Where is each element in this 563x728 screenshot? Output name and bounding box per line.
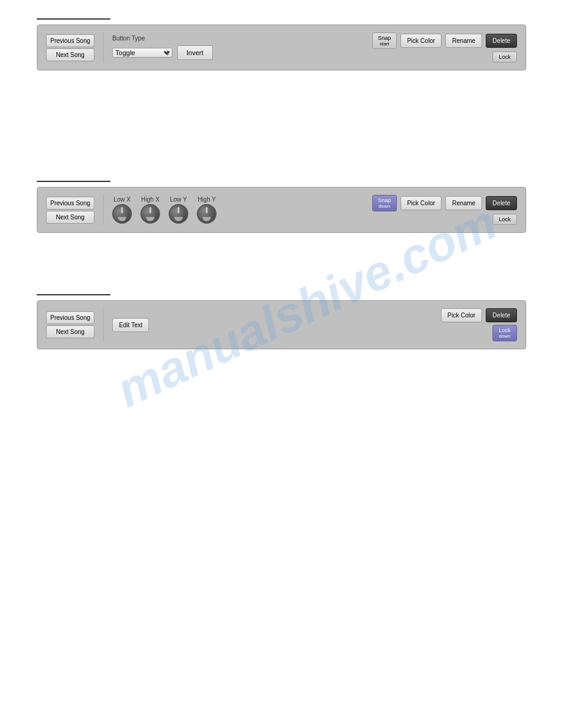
knob-low-y[interactable] <box>169 204 188 224</box>
section2-header-line <box>37 181 110 182</box>
section1-lock-button[interactable]: Lock <box>492 51 517 63</box>
knob-group-low-x: Low X <box>112 196 132 224</box>
section3-lock-button[interactable]: Lock down <box>492 325 517 341</box>
section2-block: Previous Song Next Song Low X High X <box>37 181 526 233</box>
knob-label-high-y: High Y <box>197 196 216 203</box>
knob-label-high-x: High X <box>141 196 159 203</box>
section1-prev-song-button[interactable]: Previous Song <box>46 34 94 47</box>
section2-right-controls: Snap down Pick Color Rename Delete Lock <box>372 195 517 225</box>
knob-high-x[interactable] <box>140 204 160 224</box>
section2-lock-button[interactable]: Lock <box>492 214 517 225</box>
button-type-section: Button Type Toggle Momentary Radio Inver… <box>112 35 213 60</box>
toggle-select-wrapper[interactable]: Toggle Momentary Radio <box>112 48 172 58</box>
section3-top-row: Pick Color Delete <box>441 308 517 322</box>
section2-bottom-row: Lock <box>492 214 517 225</box>
section3-delete-button[interactable]: Delete <box>486 308 517 322</box>
button-type-label: Button Type <box>112 35 213 42</box>
section2-top-row: Snap down Pick Color Rename Delete <box>372 195 517 211</box>
section1-delete-button[interactable]: Delete <box>486 34 517 48</box>
section3-block: Previous Song Next Song Edit Text Pick C… <box>37 294 526 349</box>
knobs-section: Low X High X Low Y High Y <box>112 196 216 224</box>
section1-next-song-button[interactable]: Next Song <box>46 48 94 61</box>
section3-next-song-button[interactable]: Next Song <box>46 325 94 338</box>
section3-panel: Previous Song Next Song Edit Text Pick C… <box>37 300 526 349</box>
spacer5 <box>37 282 526 294</box>
section1-block: Previous Song Next Song Button Type Togg… <box>37 18 526 70</box>
section2-rename-button[interactable]: Rename <box>445 196 482 210</box>
spacer3 <box>37 150 526 181</box>
section1-pick-color-button[interactable]: Pick Color <box>400 34 442 48</box>
knob-group-low-y: Low Y <box>169 196 188 224</box>
knob-group-high-x: High X <box>140 196 160 224</box>
section3-nav-buttons: Previous Song Next Song <box>46 311 94 338</box>
section3-prev-song-button[interactable]: Previous Song <box>46 311 94 324</box>
section1-nav-buttons: Previous Song Next Song <box>46 34 94 61</box>
section3-right-controls: Pick Color Delete Lock down <box>441 308 517 341</box>
section2-next-song-button[interactable]: Next Song <box>46 211 94 224</box>
section3-divider <box>103 308 104 341</box>
knob-high-y[interactable] <box>197 204 216 224</box>
section2-prev-song-button[interactable]: Previous Song <box>46 197 94 210</box>
section1-top-row: Snap start Pick Color Rename Delete <box>372 32 517 49</box>
section1-right-controls: Snap start Pick Color Rename Delete Lock <box>372 32 517 63</box>
section2-inner: Low X High X Low Y High Y <box>112 196 366 224</box>
knob-label-low-y: Low Y <box>170 196 187 203</box>
section3-inner: Edit Text <box>112 318 434 332</box>
edit-text-button[interactable]: Edit Text <box>112 318 149 332</box>
knob-label-low-x: Low X <box>113 196 131 203</box>
button-type-select[interactable]: Toggle Momentary Radio <box>112 48 172 58</box>
section3-header-line <box>37 294 110 295</box>
section2-delete-button[interactable]: Delete <box>486 196 517 210</box>
section1-snap-button[interactable]: Snap start <box>372 32 397 49</box>
section2-panel: Previous Song Next Song Low X High X <box>37 187 526 233</box>
section1-inner: Button Type Toggle Momentary Radio Inver… <box>112 35 366 60</box>
spacer2 <box>37 119 526 150</box>
spacer4 <box>37 251 526 282</box>
section2-snap-button[interactable]: Snap down <box>372 195 397 211</box>
button-type-row: Toggle Momentary Radio Invert <box>112 45 213 60</box>
section2-nav-buttons: Previous Song Next Song <box>46 197 94 224</box>
spacer1 <box>37 89 526 119</box>
section3-pick-color-button[interactable]: Pick Color <box>441 308 483 322</box>
section1-divider <box>103 32 104 63</box>
knob-low-x[interactable] <box>112 204 132 224</box>
section2-pick-color-button[interactable]: Pick Color <box>400 196 442 210</box>
knob-group-high-y: High Y <box>197 196 216 224</box>
section1-panel: Previous Song Next Song Button Type Togg… <box>37 25 526 70</box>
section3-bottom-row: Lock down <box>492 325 517 341</box>
section1-header-line <box>37 18 110 20</box>
invert-button[interactable]: Invert <box>177 45 213 60</box>
section1-rename-button[interactable]: Rename <box>445 34 482 48</box>
section1-bottom-row: Lock <box>492 51 517 63</box>
section2-divider <box>103 195 104 225</box>
